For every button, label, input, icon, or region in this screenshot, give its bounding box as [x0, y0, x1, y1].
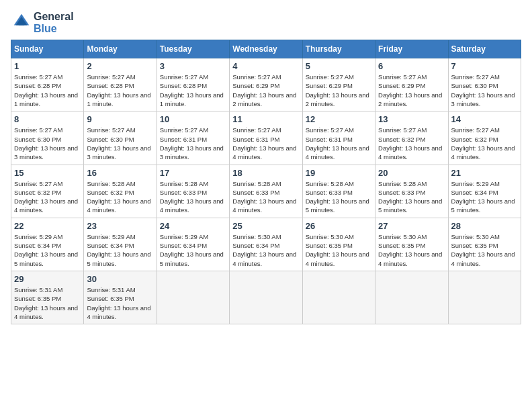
- weekday-header-sunday: Sunday: [11, 40, 84, 58]
- day-detail: Sunrise: 5:27 AM Sunset: 6:30 PM Dayligh…: [14, 126, 81, 161]
- day-number: 16: [87, 168, 153, 178]
- calendar-cell: 1 Sunrise: 5:27 AM Sunset: 6:28 PM Dayli…: [11, 58, 84, 111]
- day-detail: Sunrise: 5:28 AM Sunset: 6:33 PM Dayligh…: [160, 179, 226, 215]
- calendar-cell: 28 Sunrise: 5:30 AM Sunset: 6:35 PM Dayl…: [448, 218, 521, 271]
- day-detail: Sunrise: 5:30 AM Sunset: 6:35 PM Dayligh…: [451, 232, 518, 268]
- day-number: 10: [160, 114, 226, 124]
- calendar-cell: [157, 271, 229, 324]
- day-number: 24: [160, 221, 226, 231]
- day-detail: Sunrise: 5:29 AM Sunset: 6:34 PM Dayligh…: [14, 232, 81, 268]
- day-number: 30: [87, 274, 153, 284]
- day-number: 7: [451, 61, 518, 71]
- day-detail: Sunrise: 5:31 AM Sunset: 6:35 PM Dayligh…: [87, 285, 153, 321]
- calendar-cell: 22 Sunrise: 5:29 AM Sunset: 6:34 PM Dayl…: [11, 218, 84, 271]
- weekday-header-tuesday: Tuesday: [157, 40, 229, 58]
- calendar-cell: 24 Sunrise: 5:29 AM Sunset: 6:34 PM Dayl…: [157, 218, 229, 271]
- weekday-header-saturday: Saturday: [448, 40, 521, 58]
- calendar-cell: 27 Sunrise: 5:30 AM Sunset: 6:35 PM Dayl…: [375, 218, 448, 271]
- calendar-header: SundayMondayTuesdayWednesdayThursdayFrid…: [11, 40, 521, 58]
- logo-icon: [12, 12, 31, 31]
- calendar-cell: 4 Sunrise: 5:27 AM Sunset: 6:29 PM Dayli…: [230, 58, 302, 111]
- logo: General Blue: [11, 11, 74, 34]
- day-detail: Sunrise: 5:27 AM Sunset: 6:28 PM Dayligh…: [87, 73, 153, 108]
- calendar-cell: 12 Sunrise: 5:27 AM Sunset: 6:31 PM Dayl…: [302, 111, 375, 165]
- logo-text-line2: Blue: [34, 23, 74, 35]
- day-number: 14: [451, 114, 518, 124]
- calendar-cell: 19 Sunrise: 5:28 AM Sunset: 6:33 PM Dayl…: [302, 165, 375, 218]
- calendar-cell: 5 Sunrise: 5:27 AM Sunset: 6:29 PM Dayli…: [302, 58, 375, 111]
- calendar-cell: 29 Sunrise: 5:31 AM Sunset: 6:35 PM Dayl…: [11, 271, 84, 324]
- day-detail: Sunrise: 5:27 AM Sunset: 6:28 PM Dayligh…: [14, 73, 81, 108]
- calendar-cell: 15 Sunrise: 5:27 AM Sunset: 6:32 PM Dayl…: [11, 165, 84, 218]
- calendar-cell: 25 Sunrise: 5:30 AM Sunset: 6:34 PM Dayl…: [230, 218, 302, 271]
- day-number: 20: [378, 168, 445, 178]
- day-number: 28: [451, 221, 518, 231]
- day-number: 23: [87, 221, 153, 231]
- day-detail: Sunrise: 5:27 AM Sunset: 6:29 PM Dayligh…: [306, 73, 372, 108]
- day-detail: Sunrise: 5:31 AM Sunset: 6:35 PM Dayligh…: [14, 285, 81, 321]
- day-number: 27: [378, 221, 445, 231]
- calendar-table: SundayMondayTuesdayWednesdayThursdayFrid…: [11, 40, 521, 324]
- day-detail: Sunrise: 5:27 AM Sunset: 6:31 PM Dayligh…: [306, 126, 372, 161]
- day-detail: Sunrise: 5:27 AM Sunset: 6:32 PM Dayligh…: [451, 126, 518, 161]
- day-number: 25: [232, 221, 299, 231]
- calendar-week-3: 15 Sunrise: 5:27 AM Sunset: 6:32 PM Dayl…: [11, 165, 521, 218]
- day-detail: Sunrise: 5:28 AM Sunset: 6:32 PM Dayligh…: [87, 179, 153, 215]
- day-number: 12: [306, 114, 372, 124]
- day-detail: Sunrise: 5:28 AM Sunset: 6:33 PM Dayligh…: [378, 179, 445, 215]
- calendar-cell: 7 Sunrise: 5:27 AM Sunset: 6:30 PM Dayli…: [448, 58, 521, 111]
- calendar-cell: 3 Sunrise: 5:27 AM Sunset: 6:28 PM Dayli…: [157, 58, 229, 111]
- calendar-cell: [375, 271, 448, 324]
- day-detail: Sunrise: 5:27 AM Sunset: 6:32 PM Dayligh…: [14, 179, 81, 215]
- day-number: 4: [232, 61, 299, 71]
- calendar-cell: 13 Sunrise: 5:27 AM Sunset: 6:32 PM Dayl…: [375, 111, 448, 165]
- day-detail: Sunrise: 5:28 AM Sunset: 6:33 PM Dayligh…: [306, 179, 372, 215]
- day-detail: Sunrise: 5:30 AM Sunset: 6:34 PM Dayligh…: [232, 232, 299, 268]
- day-number: 15: [14, 168, 81, 178]
- day-number: 18: [232, 168, 299, 178]
- day-detail: Sunrise: 5:27 AM Sunset: 6:30 PM Dayligh…: [451, 73, 518, 108]
- day-detail: Sunrise: 5:27 AM Sunset: 6:31 PM Dayligh…: [232, 126, 299, 161]
- calendar-week-2: 8 Sunrise: 5:27 AM Sunset: 6:30 PM Dayli…: [11, 111, 521, 165]
- calendar-cell: 2 Sunrise: 5:27 AM Sunset: 6:28 PM Dayli…: [84, 58, 157, 111]
- calendar-cell: [302, 271, 375, 324]
- calendar-cell: 14 Sunrise: 5:27 AM Sunset: 6:32 PM Dayl…: [448, 111, 521, 165]
- day-number: 6: [378, 61, 445, 71]
- day-number: 19: [306, 168, 372, 178]
- day-detail: Sunrise: 5:29 AM Sunset: 6:34 PM Dayligh…: [87, 232, 153, 268]
- day-number: 11: [232, 114, 299, 124]
- page-header: General Blue: [11, 11, 521, 34]
- day-detail: Sunrise: 5:27 AM Sunset: 6:29 PM Dayligh…: [232, 73, 299, 108]
- day-number: 5: [306, 61, 372, 71]
- day-number: 22: [14, 221, 81, 231]
- day-detail: Sunrise: 5:30 AM Sunset: 6:35 PM Dayligh…: [378, 232, 445, 268]
- calendar-week-5: 29 Sunrise: 5:31 AM Sunset: 6:35 PM Dayl…: [11, 271, 521, 324]
- day-detail: Sunrise: 5:27 AM Sunset: 6:29 PM Dayligh…: [378, 73, 445, 108]
- day-detail: Sunrise: 5:29 AM Sunset: 6:34 PM Dayligh…: [451, 179, 518, 215]
- svg-rect-2: [19, 22, 24, 25]
- calendar-cell: [448, 271, 521, 324]
- day-number: 2: [87, 61, 153, 71]
- day-number: 21: [451, 168, 518, 178]
- day-number: 1: [14, 61, 81, 71]
- day-number: 9: [87, 114, 153, 124]
- calendar-cell: 18 Sunrise: 5:28 AM Sunset: 6:33 PM Dayl…: [230, 165, 302, 218]
- calendar-cell: 9 Sunrise: 5:27 AM Sunset: 6:30 PM Dayli…: [84, 111, 157, 165]
- calendar-week-1: 1 Sunrise: 5:27 AM Sunset: 6:28 PM Dayli…: [11, 58, 521, 111]
- calendar-cell: 16 Sunrise: 5:28 AM Sunset: 6:32 PM Dayl…: [84, 165, 157, 218]
- day-detail: Sunrise: 5:27 AM Sunset: 6:32 PM Dayligh…: [378, 126, 445, 161]
- day-number: 17: [160, 168, 226, 178]
- calendar-cell: 26 Sunrise: 5:30 AM Sunset: 6:35 PM Dayl…: [302, 218, 375, 271]
- day-detail: Sunrise: 5:27 AM Sunset: 6:28 PM Dayligh…: [160, 73, 226, 108]
- day-number: 13: [378, 114, 445, 124]
- weekday-header-thursday: Thursday: [302, 40, 375, 58]
- day-number: 26: [306, 221, 372, 231]
- day-detail: Sunrise: 5:28 AM Sunset: 6:33 PM Dayligh…: [232, 179, 299, 215]
- calendar-week-4: 22 Sunrise: 5:29 AM Sunset: 6:34 PM Dayl…: [11, 218, 521, 271]
- day-number: 3: [160, 61, 226, 71]
- calendar-cell: 21 Sunrise: 5:29 AM Sunset: 6:34 PM Dayl…: [448, 165, 521, 218]
- day-detail: Sunrise: 5:30 AM Sunset: 6:35 PM Dayligh…: [306, 232, 372, 268]
- day-detail: Sunrise: 5:27 AM Sunset: 6:31 PM Dayligh…: [160, 126, 226, 161]
- calendar-cell: 6 Sunrise: 5:27 AM Sunset: 6:29 PM Dayli…: [375, 58, 448, 111]
- calendar-cell: 30 Sunrise: 5:31 AM Sunset: 6:35 PM Dayl…: [84, 271, 157, 324]
